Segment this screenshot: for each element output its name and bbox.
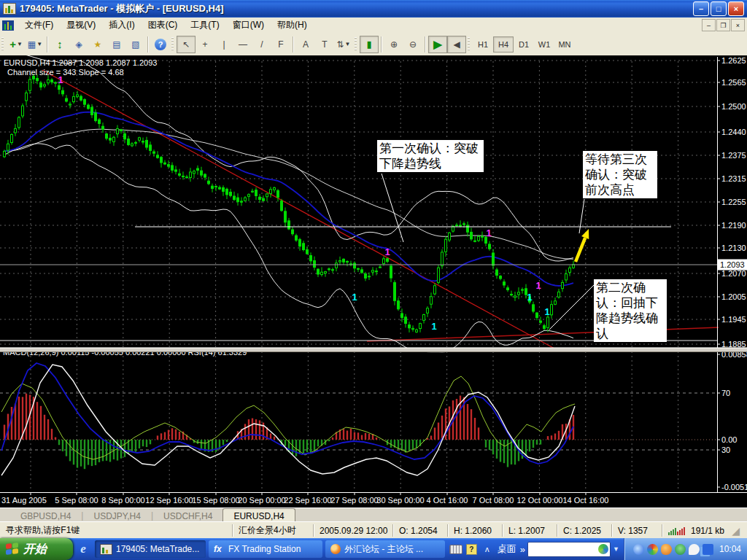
tray-network-icon[interactable] — [703, 544, 713, 555]
zoom-in-button[interactable]: ⊕ — [384, 36, 403, 53]
menu-file[interactable]: 文件(F) — [18, 17, 60, 34]
favorites-button[interactable]: ★ — [88, 36, 107, 53]
svg-text:12 Oct 00:00: 12 Oct 00:00 — [517, 496, 563, 505]
arrows-tool-button[interactable]: ⇅▼ — [334, 36, 353, 53]
toolbar-separator — [293, 36, 294, 52]
close-button[interactable]: × — [728, 1, 744, 16]
svg-text:0.00: 0.00 — [721, 435, 737, 444]
svg-text:1.1945: 1.1945 — [721, 315, 746, 324]
help-button[interactable]: ? — [151, 36, 170, 53]
restore-button[interactable]: □ — [711, 1, 727, 16]
chart-shift-button[interactable]: ◀ — [447, 36, 466, 53]
child-minimize-button[interactable]: – — [702, 19, 716, 31]
menu-window[interactable]: 窗口(W) — [226, 17, 271, 34]
taskbar-clock: 10:04 — [719, 544, 741, 554]
timeframe-mn-button[interactable]: MN — [554, 36, 575, 52]
menu-view[interactable]: 显视(V) — [60, 17, 102, 34]
trendline-tool-button[interactable]: / — [252, 36, 271, 53]
keyboard-layout-icon[interactable] — [449, 545, 462, 554]
start-label: 开始 — [23, 542, 47, 557]
new-chart-button[interactable]: +▼ — [7, 36, 26, 53]
svg-text:20 Sep 00:00: 20 Sep 00:00 — [238, 496, 285, 505]
status-traffic: 191/1 kb — [691, 526, 724, 536]
horizontal-line-icon: — — [239, 39, 247, 50]
dropdown-icon: ▼ — [17, 41, 23, 47]
svg-text:1.2190: 1.2190 — [721, 221, 746, 230]
crosshair-tool-button[interactable]: + — [196, 36, 214, 53]
taskbar-button-forum[interactable]: 外汇论坛 - 主论坛 ... — [325, 540, 445, 558]
fibonacci-tool-button[interactable]: F — [271, 36, 290, 53]
ime-help-icon[interactable]: ? — [466, 544, 477, 555]
search-dropdown-icon[interactable]: ▼ — [613, 545, 619, 553]
tray-chat-icon[interactable] — [689, 544, 700, 555]
svg-text:1: 1 — [352, 292, 357, 303]
start-button[interactable]: 开始 — [0, 538, 73, 560]
resize-grip-icon[interactable]: ◢ — [732, 525, 740, 537]
menu-tools[interactable]: 工具(T) — [184, 17, 225, 34]
svg-text:1: 1 — [544, 306, 549, 317]
window-title: 179405: MetaTrader - 模拟帐户 - [EURUSD,H4] — [20, 2, 224, 15]
status-datetime: 2005.09.29 12:00 — [314, 524, 393, 537]
status-close: C: 1.2025 — [557, 524, 612, 537]
menu-insert[interactable]: 插入(I) — [102, 17, 141, 34]
data-window-button[interactable]: ▤ — [107, 36, 126, 53]
tab-eurusd[interactable]: EURUSD,H4 — [222, 508, 295, 522]
taskbar-button-metatrader[interactable]: 179405: MetaTrade... — [95, 540, 206, 558]
svg-text:1.2005: 1.2005 — [721, 292, 746, 301]
svg-text:31 Aug 2005: 31 Aug 2005 — [1, 496, 47, 505]
status-bar: 寻求帮助,请按F1键 汇价全景4小时 2005.09.29 12:00 O: 1… — [0, 521, 747, 539]
tray-download-icon[interactable] — [661, 544, 672, 555]
auto-scroll-icon: ▶ — [433, 38, 442, 51]
zoom-out-button[interactable]: ⊖ — [403, 36, 422, 53]
timeframe-w1-button[interactable]: W1 — [534, 36, 554, 52]
vertical-line-tool-button[interactable]: | — [214, 36, 233, 53]
candlestick-mode-button[interactable]: ▮ — [360, 36, 379, 53]
minimize-button[interactable]: – — [693, 1, 709, 16]
arrows-icon: ⇅ — [337, 39, 344, 50]
tab-usdjpy[interactable]: USDJPY,H4 — [83, 510, 150, 522]
system-tray: 10:04 — [624, 538, 747, 560]
tray-rollback-icon[interactable] — [633, 544, 644, 555]
svg-text:27 Sep 08:00: 27 Sep 08:00 — [330, 496, 378, 505]
chart-shift-icon: ◀ — [453, 39, 460, 50]
tray-messenger-icon[interactable] — [675, 544, 686, 555]
internet-explorer-icon[interactable]: e — [75, 541, 91, 557]
taskbar-button-fx-station[interactable]: fx FX Trading Station — [209, 540, 322, 558]
svg-text:70: 70 — [721, 389, 730, 397]
tab-usdchf[interactable]: USDCHF,H4 — [153, 510, 222, 522]
desk-search-input[interactable] — [527, 542, 611, 557]
data-window-icon: ▤ — [112, 39, 120, 50]
tab-gbpusd[interactable]: GBPUSD,H4 — [10, 510, 81, 522]
tray-display-icon[interactable] — [647, 544, 658, 555]
status-scope: 汇价全景4小时 — [233, 524, 314, 537]
market-watch-button[interactable]: ↕ — [50, 36, 69, 53]
pane-splitter[interactable] — [0, 348, 747, 352]
vertical-line-icon: | — [222, 39, 225, 50]
timeframe-d1-button[interactable]: D1 — [514, 36, 534, 52]
timeframe-h1-button[interactable]: H1 — [473, 36, 493, 52]
timeframe-h4-button[interactable]: H4 — [493, 36, 514, 52]
chevron-icon[interactable]: » — [520, 544, 525, 555]
collapse-band-icon[interactable]: ᴧ — [481, 544, 494, 555]
cursor-tool-button[interactable]: ↖ — [177, 36, 196, 53]
horizontal-line-tool-button[interactable]: — — [233, 36, 252, 53]
svg-text:1.2255: 1.2255 — [721, 198, 746, 206]
child-close-button[interactable]: × — [731, 19, 745, 31]
connection-signal-icon — [668, 526, 685, 535]
menu-help[interactable]: 帮助(H) — [271, 17, 314, 34]
auto-scroll-button[interactable]: ▶ — [428, 36, 447, 53]
strategy-tester-button[interactable]: ▧ — [126, 36, 145, 53]
menu-charts[interactable]: 图表(C) — [142, 17, 185, 34]
chart-child-icon[interactable] — [2, 20, 14, 31]
profiles-button[interactable]: ▦▼ — [26, 36, 44, 53]
navigator-button[interactable]: ◈ — [69, 36, 88, 53]
child-restore-button[interactable]: ❐ — [716, 19, 730, 31]
text-tool-button[interactable]: A — [296, 36, 315, 53]
taskbar: 开始 e 179405: MetaTrade... fx FX Trading … — [0, 538, 747, 560]
fx-station-icon: fx — [214, 545, 225, 554]
search-logo-icon — [598, 544, 608, 554]
desktop-toolbar-label[interactable]: 桌面 — [498, 542, 516, 556]
label-tool-button[interactable]: T — [315, 36, 334, 53]
chart-area[interactable]: 111111111.20931.26251.25651.25001.24401.… — [0, 55, 747, 508]
favorites-star-icon: ★ — [94, 39, 102, 50]
